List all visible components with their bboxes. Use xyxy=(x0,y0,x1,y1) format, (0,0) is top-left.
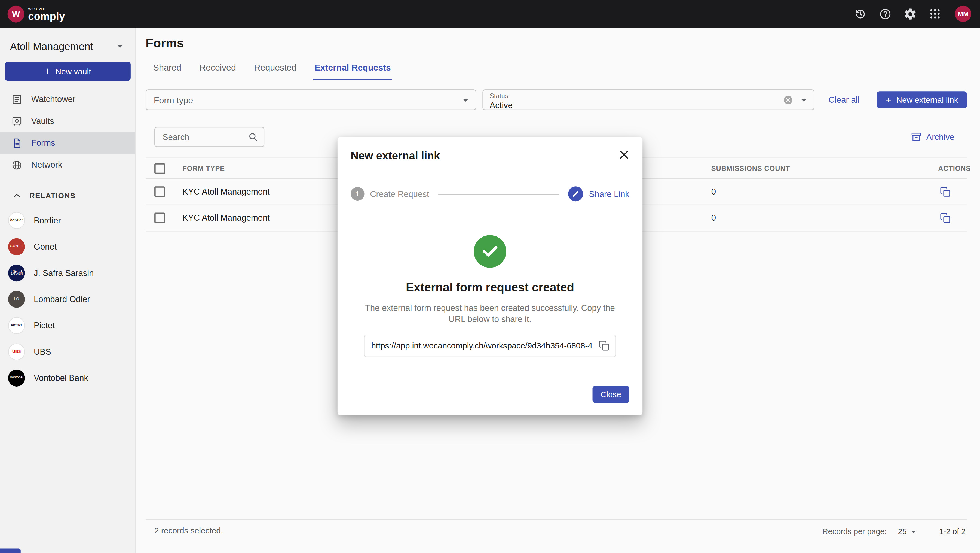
records-per-page-select[interactable]: 25 xyxy=(898,526,919,537)
apps-grid-icon xyxy=(929,8,941,20)
success-check-icon xyxy=(474,235,506,268)
tab-received[interactable]: Received xyxy=(200,61,236,80)
records-per-page-label: Records per page: xyxy=(822,527,887,536)
sidebar-item-label: Vaults xyxy=(31,116,54,126)
relation-name: Pictet xyxy=(34,320,55,330)
new-vault-button[interactable]: + New vault xyxy=(5,62,130,81)
sidebar-item-vaults[interactable]: Vaults xyxy=(0,110,135,132)
stepper-connector xyxy=(438,194,559,194)
archive-label: Archive xyxy=(926,132,955,142)
brand-bottom-label: comply xyxy=(28,11,65,22)
copy-link-button[interactable] xyxy=(938,211,952,225)
vontobel-logo: Vontobel xyxy=(8,370,25,386)
relation-item-ubs[interactable]: UBS UBS xyxy=(0,338,135,365)
column-header-actions: ACTIONS xyxy=(923,164,967,172)
copy-url-button[interactable] xyxy=(598,339,612,353)
clear-status-icon[interactable] xyxy=(783,94,794,105)
forms-icon xyxy=(11,137,22,148)
app-root: w wecan comply xyxy=(0,0,980,553)
apps-button[interactable] xyxy=(928,6,942,21)
relation-item-lombard-odier[interactable]: LO Lombard Odier xyxy=(0,286,135,312)
copy-icon xyxy=(598,340,612,352)
bottom-left-accent xyxy=(0,549,21,553)
plus-icon: + xyxy=(886,95,891,104)
pictet-logo: PICTET xyxy=(8,317,25,334)
selection-status: 2 records selected. xyxy=(154,526,223,535)
row-actions-cell xyxy=(923,185,967,199)
tab-requested[interactable]: Requested xyxy=(254,61,296,80)
gonet-logo: GONET xyxy=(8,238,25,255)
status-label: Status xyxy=(490,92,814,100)
user-avatar[interactable]: MM xyxy=(955,6,971,22)
brand-top-label: wecan xyxy=(28,6,65,11)
form-type-select[interactable]: Form type xyxy=(146,89,476,110)
edit-pencil-icon xyxy=(572,190,580,198)
dialog-close-button[interactable] xyxy=(617,148,630,161)
search-icon[interactable] xyxy=(247,131,259,142)
relation-name: Bordier xyxy=(34,215,61,225)
archive-button[interactable]: Archive xyxy=(907,131,958,143)
relation-name: UBS xyxy=(34,347,51,356)
clear-all-button[interactable]: Clear all xyxy=(825,94,863,105)
success-message: The external form request has been creat… xyxy=(364,303,616,325)
relation-name: Gonet xyxy=(34,242,57,251)
filter-bar: Form type Status Active Clear all + New … xyxy=(146,89,967,110)
relations-section-toggle[interactable]: RELATIONS xyxy=(0,185,135,207)
header-checkbox-cell xyxy=(146,163,175,174)
tab-external-requests[interactable]: External Requests xyxy=(314,61,391,80)
close-icon xyxy=(617,148,630,161)
settings-button[interactable] xyxy=(902,6,917,21)
wecan-logo-icon: w xyxy=(8,5,24,22)
history-button[interactable] xyxy=(853,6,867,21)
sidebar: Atoll Management + New vault Watchtower xyxy=(0,27,135,553)
row-submissions-count: 0 xyxy=(704,213,923,223)
watchtower-icon xyxy=(11,94,22,105)
tab-bar: Shared Received Requested External Reque… xyxy=(146,61,967,80)
brand-logo[interactable]: w wecan comply xyxy=(8,5,65,22)
step-1-label: Create Request xyxy=(370,189,429,199)
chevron-up-icon xyxy=(12,191,22,201)
records-per-page-value: 25 xyxy=(898,527,907,536)
workspace-selector[interactable]: Atoll Management xyxy=(0,27,135,53)
share-url-row xyxy=(351,334,629,357)
new-external-link-label: New external link xyxy=(896,95,958,104)
status-select[interactable]: Status Active xyxy=(483,89,814,110)
sidebar-item-forms[interactable]: Forms xyxy=(0,132,135,154)
dialog-title: New external link xyxy=(351,150,440,163)
copy-icon xyxy=(939,186,951,198)
dropdown-caret-icon xyxy=(908,526,919,537)
tab-shared[interactable]: Shared xyxy=(153,61,181,80)
share-url-input[interactable] xyxy=(364,334,616,357)
sidebar-item-label: Network xyxy=(31,160,62,169)
chevron-down-icon xyxy=(114,40,126,53)
history-icon xyxy=(853,7,867,20)
success-heading: External form request created xyxy=(351,281,629,295)
gear-icon xyxy=(904,7,916,20)
relation-item-vontobel[interactable]: Vontobel Vontobel Bank xyxy=(0,365,135,391)
relation-name: Lombard Odier xyxy=(34,294,90,303)
sidebar-item-watchtower[interactable]: Watchtower xyxy=(0,88,135,110)
search-box xyxy=(154,127,264,147)
copy-link-button[interactable] xyxy=(938,185,952,199)
workspace-name: Atoll Management xyxy=(10,40,93,52)
relation-item-bordier[interactable]: bordier Bordier xyxy=(0,207,135,233)
sidebar-item-network[interactable]: Network xyxy=(0,154,135,176)
relation-name: Vontobel Bank xyxy=(34,373,88,382)
relations-header-label: RELATIONS xyxy=(29,191,76,200)
relation-item-gonet[interactable]: GONET Gonet xyxy=(0,233,135,259)
dropdown-caret-icon xyxy=(460,94,472,106)
row-checkbox-cell xyxy=(146,213,175,223)
row-checkbox[interactable] xyxy=(154,213,165,223)
row-checkbox[interactable] xyxy=(154,186,165,197)
share-url-field xyxy=(364,334,616,357)
select-all-checkbox[interactable] xyxy=(154,163,165,174)
new-external-link-button[interactable]: + New external link xyxy=(877,91,967,108)
pagination: Records per page: 25 1-2 of 2 xyxy=(822,526,966,537)
dialog-header: New external link xyxy=(351,137,629,163)
sidebar-item-label: Watchtower xyxy=(31,94,76,104)
plus-icon: + xyxy=(45,66,50,76)
relation-item-jsafra-sarasin[interactable]: J.SAFRA SARASIN J. Safra Sarasin xyxy=(0,260,135,286)
relation-item-pictet[interactable]: PICTET Pictet xyxy=(0,312,135,338)
help-button[interactable] xyxy=(877,6,892,21)
dialog-close-action-button[interactable]: Close xyxy=(592,386,629,403)
